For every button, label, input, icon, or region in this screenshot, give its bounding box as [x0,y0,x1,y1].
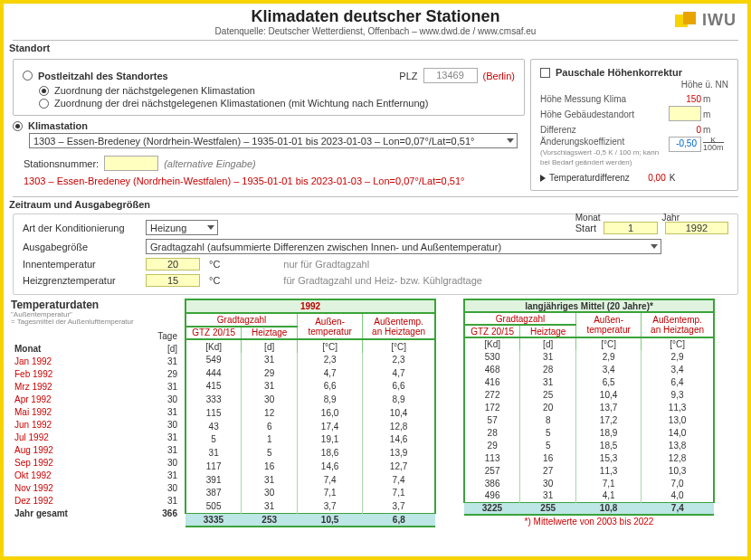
logo: IWU [675,11,737,30]
lt-gtz-cell: 272 [464,388,520,401]
plz-label: PLZ [399,71,417,81]
lt-at-cell: 13,7 [576,401,642,413]
stationsnummer-input[interactable] [104,156,158,171]
radio-plz-mode[interactable] [23,71,33,81]
days-cell: 31 [128,494,181,507]
gtz-cell: 115 [185,406,242,420]
radio-nearest[interactable] [39,86,49,96]
ht-cell: 31 [242,499,298,513]
footnote: *) Mittelwerte von 2003 bis 2022 [464,515,714,527]
col-tage-unit: [d] [128,342,181,355]
section-standort-title: Standort [9,43,738,53]
total-label: Jahr gesamt [11,507,128,519]
plz-input[interactable]: 13469 [423,68,478,83]
lt-at-cell: 2,9 [576,350,642,363]
ausgabe-select[interactable]: Gradtagzahl (aufsummierte Differenzen zw… [146,239,661,254]
lt-gtz-cell: 28 [464,426,520,439]
lt-col-ath: Außentemp. an Heiztagen [642,312,714,337]
ath-cell: 10,4 [363,406,435,420]
ath-cell: 2,3 [363,353,435,366]
radio-three-nearest[interactable] [39,99,49,109]
ath-cell: 4,7 [363,366,435,380]
lt-gtz-cell: 113 [464,451,520,464]
hk-geb-label: Höhe Gebäudestandort [540,109,665,119]
start-year-input[interactable]: 1992 [665,222,728,234]
gtz-cell: 549 [185,353,242,366]
lt-at-cell: 6,5 [576,375,642,388]
month-cell: Sep 1992 [11,456,128,469]
ath-cell: 12,8 [363,420,435,433]
lt-ath-cell: 13,0 [642,413,714,426]
grenz-label: Heizgrenztemperatur [23,275,140,286]
grenz-input[interactable]: 15 [146,274,200,287]
art-select[interactable]: Heizung [146,220,218,235]
u-c2: [°C] [363,339,435,353]
lt-u-d: [d] [520,337,576,350]
hk-coef-input[interactable]: -0,50 [669,137,701,152]
selected-station-display: 1303 – Essen-Bredeney (Nordrhein-Westfal… [24,176,525,186]
ht-cell: 5 [242,446,298,460]
year-table: 1992 Gradtagzahl Außen- temperatur Außen… [185,299,436,527]
days-cell: 30 [128,456,181,469]
gtz-cell: 5 [185,433,242,447]
radio-station-mode[interactable] [13,121,23,131]
gtz-cell: 43 [185,420,242,433]
lt-ht-cell: 8 [520,413,576,426]
hk-mess-label: Höhe Messung Klima [540,94,665,104]
lt-at-cell: 11,3 [576,464,642,477]
hk-diff-label: Differenz [540,125,665,135]
gtz-cell: 387 [185,487,242,500]
lt-gtz-cell: 29 [464,439,520,451]
hk-coef-hint: (Vorschlagswert -0,5 K / 100 m; kann bei… [540,148,659,166]
lt-at-cell: 4,1 [576,489,642,502]
lt-ath-cell: 12,8 [642,451,714,464]
lt-ht-cell: 31 [520,375,576,388]
at-cell: 3,7 [298,499,363,513]
lt-col-heizt: Heiztage [520,325,576,337]
innen-input[interactable]: 20 [146,258,200,271]
hk-mess-value: 150 [665,94,701,104]
at-cell: 14,6 [298,460,363,473]
art-label: Art der Konditionierung [23,223,140,233]
station-select[interactable]: 1303 – Essen-Bredeney (Nordrhein-Westfal… [29,133,518,148]
month-cell: Jul 1992 [11,431,128,443]
lt-at-cell: 7,1 [576,477,642,489]
lt-ht-cell: 27 [520,464,576,477]
days-cell: 30 [128,393,181,405]
start-month-input[interactable]: 1 [604,222,658,234]
col-gtz: Gradtagzahl [185,313,298,327]
data-tables: Temperaturdaten "Außentemperatur" = Tage… [11,299,740,527]
ht-cell: 31 [242,473,298,487]
lt-ath-cell: 3,4 [642,363,714,375]
lt-gtz-cell: 386 [464,477,520,489]
lt-gtz-cell: 172 [464,401,520,413]
hk-geb-input[interactable] [669,106,701,121]
lt-col-gtz: Gradtagzahl [464,312,576,325]
lt-gtz-cell: 257 [464,464,520,477]
days-cell: 31 [128,431,181,443]
innen-unit: °C [205,259,223,270]
hk-title: Pauschale Höhenkorrektur [556,67,682,78]
lt-ath-cell: 7,0 [642,477,714,489]
at-cell: 4,7 [298,366,363,380]
gtz-cell: 333 [185,393,242,406]
month-cell: Jan 1992 [11,355,128,367]
lt-gtz-cell: 496 [464,489,520,502]
month-cell: Nov 1992 [11,481,128,494]
col-monat-label: Monat [11,342,128,355]
checkbox-height-correction[interactable] [540,68,550,78]
lt-at-cell: 10,4 [576,388,642,401]
col-at: Außen- temperatur [298,313,363,340]
start-label: Start [575,223,596,233]
at-cell: 18,6 [298,446,363,460]
monat-header: Monat [575,213,601,223]
lt-at-cell: 15,3 [576,451,642,464]
u-kd: [Kd] [185,339,242,353]
hk-result-value: 0,00 [630,173,666,183]
ath-cell: 7,4 [363,473,435,487]
days-cell: 31 [128,355,181,367]
month-cell: Jun 1992 [11,418,128,431]
ht-cell: 31 [242,353,298,366]
jahr-header: Jahr [662,213,680,223]
innen-hint: nur für Gradtagzahl [283,259,369,270]
